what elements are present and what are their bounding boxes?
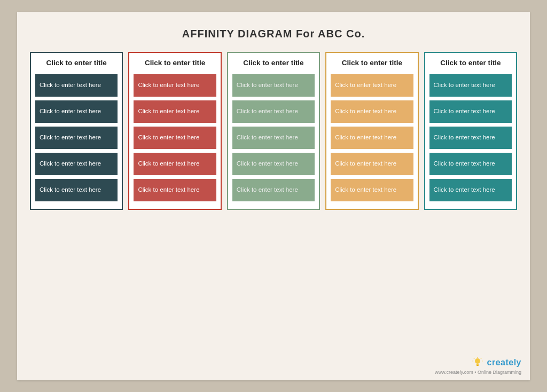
creately-logo: creately	[471, 356, 522, 369]
column-4-cards: Click to enter text hereClick to enter t…	[331, 74, 413, 201]
card-col3-row3[interactable]: Click to enter text here	[232, 127, 315, 149]
card-col5-row5[interactable]: Click to enter text here	[429, 179, 512, 201]
creately-subtext: www.creately.com • Online Diagramming	[435, 370, 521, 375]
svg-rect-2	[476, 365, 479, 366]
card-col1-row3[interactable]: Click to enter text here	[35, 127, 118, 149]
canvas: AFFINITY DIAGRAM For ABC Co. Click to en…	[17, 12, 530, 380]
creately-logo-icon	[471, 356, 484, 369]
card-col4-row4[interactable]: Click to enter text here	[331, 153, 413, 175]
svg-point-0	[475, 358, 480, 364]
column-3-cards: Click to enter text hereClick to enter t…	[232, 74, 315, 201]
svg-line-4	[474, 358, 474, 359]
creately-footer: creately www.creately.com • Online Diagr…	[435, 356, 521, 375]
column-5: Click to enter titleClick to enter text …	[424, 52, 517, 210]
card-col2-row4[interactable]: Click to enter text here	[134, 153, 216, 175]
card-col1-row5[interactable]: Click to enter text here	[35, 179, 118, 201]
column-1-cards: Click to enter text hereClick to enter t…	[35, 74, 118, 201]
card-col3-row1[interactable]: Click to enter text here	[232, 74, 315, 97]
card-col2-row1[interactable]: Click to enter text here	[134, 74, 216, 97]
card-col1-row1[interactable]: Click to enter text here	[35, 74, 118, 97]
svg-rect-1	[476, 364, 479, 365]
column-2: Click to enter titleClick to enter text …	[128, 52, 221, 210]
column-3: Click to enter titleClick to enter text …	[227, 52, 320, 210]
svg-line-5	[481, 358, 481, 359]
card-col2-row3[interactable]: Click to enter text here	[134, 127, 216, 149]
creately-brand: creately	[487, 358, 522, 367]
card-col2-row5[interactable]: Click to enter text here	[134, 179, 216, 201]
column-1-title[interactable]: Click to enter title	[46, 58, 107, 68]
card-col3-row5[interactable]: Click to enter text here	[232, 179, 315, 201]
column-1: Click to enter titleClick to enter text …	[30, 52, 123, 210]
card-col2-row2[interactable]: Click to enter text here	[134, 100, 216, 123]
card-col5-row1[interactable]: Click to enter text here	[429, 74, 512, 97]
columns-wrapper: Click to enter titleClick to enter text …	[30, 52, 517, 210]
column-2-cards: Click to enter text hereClick to enter t…	[134, 74, 216, 201]
card-col4-row2[interactable]: Click to enter text here	[331, 100, 413, 123]
column-4: Click to enter titleClick to enter text …	[325, 52, 418, 210]
column-5-title[interactable]: Click to enter title	[440, 58, 501, 68]
card-col1-row4[interactable]: Click to enter text here	[35, 153, 118, 175]
column-2-title[interactable]: Click to enter title	[145, 58, 205, 68]
card-col3-row2[interactable]: Click to enter text here	[232, 100, 315, 123]
card-col4-row1[interactable]: Click to enter text here	[331, 74, 413, 97]
card-col1-row2[interactable]: Click to enter text here	[35, 100, 118, 123]
column-3-title[interactable]: Click to enter title	[243, 58, 303, 68]
card-col4-row5[interactable]: Click to enter text here	[331, 179, 413, 201]
page-title: AFFINITY DIAGRAM For ABC Co.	[30, 28, 517, 40]
card-col5-row3[interactable]: Click to enter text here	[429, 127, 512, 149]
column-4-title[interactable]: Click to enter title	[342, 58, 402, 68]
card-col3-row4[interactable]: Click to enter text here	[232, 153, 315, 175]
card-col5-row4[interactable]: Click to enter text here	[429, 153, 512, 175]
card-col4-row3[interactable]: Click to enter text here	[331, 127, 413, 149]
card-col5-row2[interactable]: Click to enter text here	[429, 100, 512, 123]
column-5-cards: Click to enter text hereClick to enter t…	[429, 74, 512, 201]
